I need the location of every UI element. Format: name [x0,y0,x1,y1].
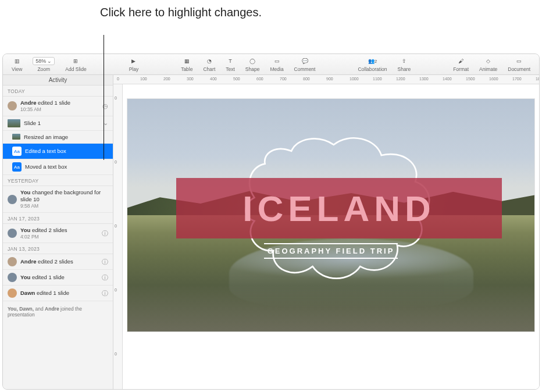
view-button[interactable]: ▥ View [6,54,27,74]
ruler-vertical: 00000 [113,84,123,389]
section-yesterday: YESTERDAY [3,175,113,186]
play-label: Play [129,66,139,72]
format-button[interactable]: 🖌Format [448,54,474,74]
text-edit-icon: Aa [12,147,22,156]
format-icon: 🖌 [458,57,463,66]
chart-button[interactable]: ◔Chart [198,54,220,74]
chart-icon: ◔ [207,57,212,66]
shape-label: Shape [245,66,260,72]
activity-joined: You, Dawn, and Andre joined the presenta… [3,301,113,322]
animate-button[interactable]: ◇Animate [474,54,502,74]
section-today: TODAY [3,85,113,97]
collaboration-button[interactable]: 👥2Collaboration [352,54,392,74]
activity-you-background[interactable]: You changed the background for slide 10 … [3,186,113,212]
chart-label: Chart [203,66,215,72]
shape-icon: ◯ [249,57,255,66]
sidebar-title: Activity [3,75,113,85]
add-slide-button[interactable]: ⊞ Add Slide [60,54,91,74]
format-label: Format [453,66,469,72]
zoom-label: Zoom [37,66,50,72]
table-label: Table [181,66,192,72]
activity-dawn-edit1[interactable]: Dawn edited 1 slide ⓘ [3,286,113,301]
avatar-icon [8,229,17,238]
slide-stage[interactable]: ICELAND GEOGRAPHY FIELD TRIP [123,84,539,389]
image-thumbnail-icon [12,134,20,140]
slide-thumbnail-icon [8,119,20,127]
plus-icon: ⊞ [73,57,78,66]
activity-edited-text-box[interactable]: Aa Edited a text box [3,144,113,159]
activity-sidebar: Activity TODAY Andre edited 1 slide 10:3… [3,75,113,389]
comment-icon: 💬 [302,57,308,66]
activity-you-edit1[interactable]: You edited 1 slide ⓘ [3,270,113,286]
canvas-area: 0100200300400500600700800900100011001200… [113,75,539,389]
avatar-icon [8,273,17,282]
share-button[interactable]: ⇧Share [393,54,416,74]
info-icon: ⓘ [102,289,108,298]
info-icon: ⓘ [102,273,108,282]
text-button[interactable]: TText [220,54,240,74]
callout-leader-line [104,35,104,160]
activity-andre-edited[interactable]: Andre edited 1 slide 10:35 AM ◷ [3,97,113,116]
document-button[interactable]: ▭Document [502,54,536,74]
toolbar: ▥ View 58%⌄ Zoom ⊞ Add Slide ▶ Play ▦Tab… [3,54,539,75]
slide-title: ICELAND [243,188,436,229]
app-window: ▥ View 58%⌄ Zoom ⊞ Add Slide ▶ Play ▦Tab… [2,54,540,390]
collaboration-icon: 👥2 [368,57,377,66]
info-icon: ⓘ [102,229,108,238]
media-icon: ▭ [274,57,280,66]
activity-moved-text-box[interactable]: Aa Moved a text box [3,159,113,175]
shape-button[interactable]: ◯Shape [240,54,265,74]
section-jan17: JAN 17, 2023 [3,213,113,224]
text-icon: T [229,57,232,66]
zoom-value-box: 58%⌄ [33,57,55,66]
table-icon: ▦ [184,57,190,66]
ruler-horizontal: 0100200300400500600700800900100011001200… [113,75,539,84]
callout-text: Click here to highlight changes. [100,5,262,20]
share-icon: ⇧ [402,57,406,66]
title-banner[interactable]: ICELAND [176,178,502,238]
text-label: Text [226,66,235,72]
chevron-down-icon: ⌄ [47,58,52,64]
add-slide-label: Add Slide [65,66,86,72]
slide-subtitle[interactable]: GEOGRAPHY FIELD TRIP [264,243,398,259]
media-label: Media [270,66,283,72]
slide[interactable]: ICELAND GEOGRAPHY FIELD TRIP [127,99,534,332]
text-edit-icon: Aa [12,162,22,172]
collaboration-label: Collaboration [358,66,387,72]
activity-andre-edit2[interactable]: Andre edited 2 slides ⓘ [3,254,113,270]
play-icon: ▶ [131,57,136,66]
view-icon: ▥ [15,57,20,66]
avatar-icon [8,288,17,298]
avatar-icon [8,195,17,204]
section-jan13: JAN 13, 2023 [3,243,113,254]
activity-resized-image[interactable]: Resized an image [3,131,113,144]
document-icon: ▭ [516,57,522,66]
avatar-icon [8,101,17,111]
activity-you-edit2[interactable]: You edited 2 slides 4:02 PM ⓘ [3,224,113,244]
info-icon: ⓘ [102,258,108,266]
share-label: Share [398,66,411,72]
animate-icon: ◇ [486,57,490,66]
document-label: Document [508,66,530,72]
table-button[interactable]: ▦Table [176,54,198,74]
play-button[interactable]: ▶ Play [124,54,144,74]
comment-button[interactable]: 💬Comment [289,54,321,74]
zoom-button[interactable]: 58%⌄ Zoom [27,54,60,74]
activity-slide-1[interactable]: Slide 1 ⌄ [3,116,113,131]
avatar-icon [8,257,17,266]
view-label: View [12,66,22,72]
animate-label: Animate [479,66,497,72]
media-button[interactable]: ▭Media [265,54,288,74]
comment-label: Comment [294,66,316,72]
